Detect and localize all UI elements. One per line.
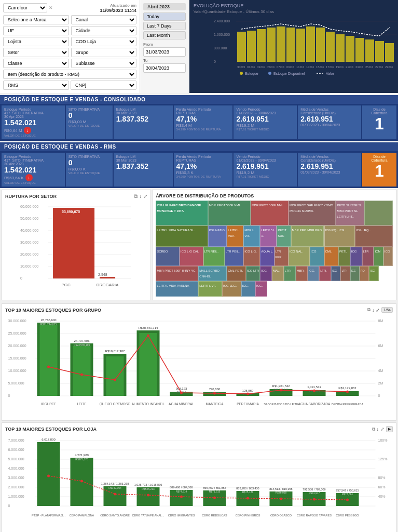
- rms-select[interactable]: RMS: [3, 81, 69, 90]
- svg-text:09/04: 09/04: [286, 65, 295, 69]
- svg-text:908,123: 908,123: [176, 387, 187, 390]
- cidade-select[interactable]: Cidade: [71, 26, 137, 35]
- top10l-copy-icon[interactable]: ⧉: [372, 427, 375, 432]
- tm-cell-8: ICG NATIO: [208, 225, 227, 247]
- svg-text:CBRO PAMPLONA: CBRO PAMPLONA: [70, 514, 94, 517]
- top10l-yt-badge[interactable]: ▶: [386, 426, 393, 432]
- svg-text:730,860: 730,860: [209, 388, 221, 391]
- top10l-expand-icon[interactable]: ⤢: [380, 427, 385, 432]
- tm-cell-30: ICG: [383, 247, 393, 266]
- svg-text:19/04: 19/04: [336, 65, 344, 69]
- svg-text:60%: 60%: [378, 485, 386, 489]
- svg-rect-98: [106, 356, 124, 396]
- rms-cards: Estoque Período 417 SITO ITINERATIVA 30 …: [0, 151, 398, 188]
- tm-cell-36: MAL.: [272, 266, 284, 282]
- canal-select[interactable]: Canal: [71, 15, 137, 24]
- top10loja-actions: ⧉ ↓ ⤢ ▶: [372, 426, 393, 432]
- tm-cell-26: PETL: [338, 247, 350, 266]
- uf-select[interactable]: UF: [3, 26, 69, 35]
- setor-select[interactable]: Setor: [3, 48, 69, 57]
- svg-text:1.600.000: 1.600.000: [214, 33, 230, 36]
- top10g-yt-badge[interactable]: 1/54: [381, 307, 393, 313]
- svg-text:BEBIDA REFRIGERADA: BEBIDA REFRIGERADA: [332, 403, 363, 406]
- marca-select[interactable]: Selecione a Marca: [3, 15, 69, 24]
- ruptura-expand-icon[interactable]: ⤢: [143, 193, 147, 200]
- last7-btn[interactable]: Last 7 Days: [143, 22, 186, 30]
- sublasse-select[interactable]: Sublasse: [71, 59, 137, 68]
- treemap-container: ICG LIG PARC DB23 DANONE MONANGE T DITA …: [156, 201, 393, 297]
- svg-text:Valor: Valor: [326, 72, 334, 75]
- tm-cell-25: CML: [324, 247, 338, 266]
- lastmonth-btn[interactable]: Last Month: [143, 31, 186, 39]
- tm-cell-38: MBR.: [296, 266, 308, 282]
- cnpj-select[interactable]: CNPj: [71, 81, 136, 90]
- from-date-input[interactable]: [143, 47, 186, 57]
- top10grupo-actions: ⧉ ↓ ⤢ 1/54: [367, 307, 393, 313]
- top10g-download-icon[interactable]: ↓: [372, 308, 375, 313]
- classe-select[interactable]: Classe: [3, 59, 69, 68]
- tm-cell-16: SCRBO: [156, 247, 180, 266]
- svg-point-199: [346, 499, 349, 501]
- top10grupo-chart: 30.000.000 25.000.000 20.000.000 15.000.…: [5, 315, 393, 416]
- svg-point-120: [47, 366, 50, 368]
- svg-text:15.000.000: 15.000.000: [8, 356, 26, 360]
- top10g-copy-icon[interactable]: ⧉: [367, 307, 370, 313]
- svg-point-196: [246, 497, 249, 500]
- ruptura-download-icon[interactable]: ↓: [139, 193, 142, 200]
- item-select[interactable]: Item (descrição do produto - RMS): [3, 70, 136, 79]
- svg-rect-15: [267, 28, 276, 62]
- svg-text:R$28,641,714: R$28,641,714: [139, 326, 158, 329]
- tm-cell-15: ICG.. RQ..: [355, 225, 393, 247]
- top10g-expand-icon[interactable]: ⤢: [376, 308, 380, 313]
- codloja-select[interactable]: COD Loja: [71, 37, 137, 46]
- top10l-download-icon[interactable]: ↓: [377, 427, 379, 432]
- svg-text:0: 0: [214, 60, 216, 63]
- svg-rect-27: [385, 43, 394, 62]
- svg-text:LEITE: LEITE: [77, 402, 87, 406]
- svg-text:4M: 4M: [378, 369, 383, 373]
- top10grupo-title: TOP 10 MAIORES ESTOQUES POR GRUPO: [5, 308, 101, 313]
- kpi-vendo-periodo: Vendo Período 01/03/2023 - 30/04/2023 2.…: [234, 105, 297, 139]
- consolidado-cards: Estoque Período 417 SITO ITINERATIVA 30 …: [0, 104, 398, 141]
- svg-text:53,690,675: 53,690,675: [62, 210, 80, 214]
- top-layout: Carrefour ✕ Atualizado em 11/09/2023 11:…: [0, 0, 398, 93]
- rms-dias-cobertura: Dias de Cobertura 1: [362, 153, 396, 187]
- svg-text:AGUA MINERAL: AGUA MINERAL: [169, 402, 194, 406]
- tm-cell-33: CML PETL: [227, 266, 246, 282]
- today-btn[interactable]: Today: [143, 12, 186, 21]
- retailer-select[interactable]: Carrefour: [3, 3, 47, 12]
- evolucao-title: EVOLUÇÃO ESTOQUE: [194, 3, 398, 8]
- svg-text:17/04: 17/04: [326, 65, 334, 69]
- svg-text:R$73,561: R$73,561: [342, 493, 353, 496]
- svg-text:CBRO OSASCO: CBRO OSASCO: [270, 514, 292, 517]
- svg-point-126: [246, 393, 249, 395]
- svg-text:R$525,213: R$525,213: [142, 487, 155, 490]
- svg-text:PERFUMARIA: PERFUMARIA: [237, 402, 259, 406]
- svg-text:7.000.000: 7.000.000: [8, 438, 24, 442]
- tm-cell-19: LTR PEIL.: [225, 247, 244, 266]
- lojista-select[interactable]: Lojista: [3, 37, 69, 46]
- to-date-input[interactable]: [143, 63, 186, 73]
- svg-text:QUEIJO CREMOSO: QUEIJO CREMOSO: [100, 402, 131, 406]
- svg-rect-21: [326, 32, 335, 62]
- tm-cell-27: ICG: [350, 247, 362, 266]
- svg-text:R$149,364: R$149,364: [108, 486, 121, 489]
- updated-info: Atualizado em 11/09/2023 11:44: [100, 3, 136, 13]
- tm-cell-23: ICG NAL.: [289, 247, 310, 266]
- top10loja-header: TOP 10 MAIORES ESTOQUES POR LOJA ⧉ ↓ ⤢ ▶: [5, 426, 393, 432]
- svg-rect-66: [100, 277, 115, 278]
- svg-text:R$1,172,862: R$1,172,862: [338, 387, 356, 390]
- ruptura-copy-icon[interactable]: ⧉: [134, 193, 138, 200]
- svg-text:40.000.000: 40.000.000: [20, 229, 38, 232]
- svg-text:R$975,376: R$975,376: [75, 458, 88, 461]
- svg-text:50.000.000: 50.000.000: [20, 217, 38, 220]
- grupo-select[interactable]: Grupo: [71, 48, 137, 57]
- filter-grupo: Grupo: [71, 48, 137, 57]
- svg-rect-14: [257, 29, 266, 62]
- kpi-media-vendas: Média de Vendas Considerado (Un/Dia) 2.6…: [298, 105, 361, 139]
- svg-text:1.000.000: 1.000.000: [8, 495, 24, 498]
- svg-text:SABORIZADOS DO LEITE: SABORIZADOS DO LEITE: [264, 403, 298, 406]
- svg-text:CBRO REBOUCAS: CBRO REBOUCAS: [202, 514, 227, 517]
- svg-point-195: [213, 497, 216, 499]
- svg-text:125%: 125%: [378, 457, 388, 461]
